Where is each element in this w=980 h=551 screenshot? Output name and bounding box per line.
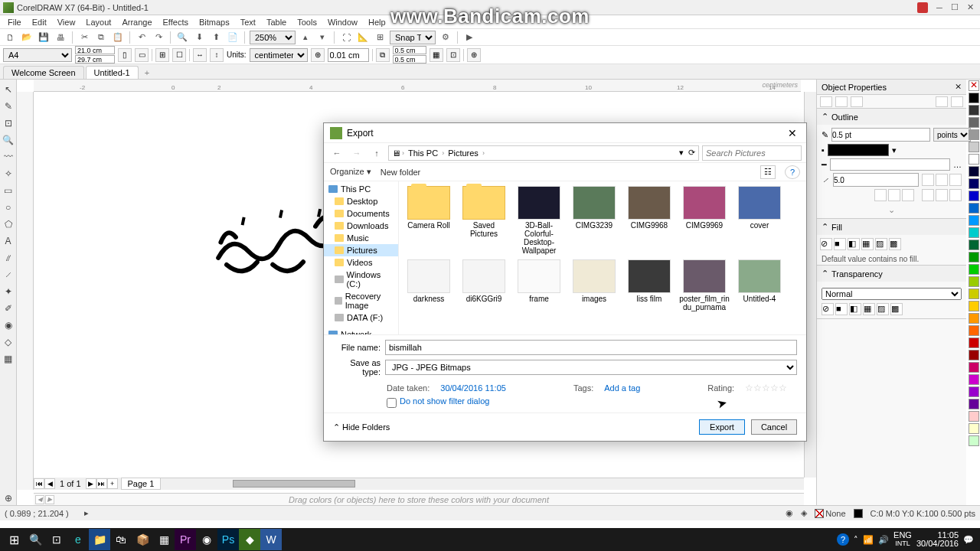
palette-swatch[interactable] (969, 264, 979, 275)
fill-fountain-icon[interactable]: ◧ (848, 238, 860, 250)
transparency-tool-icon[interactable]: ▦ (2, 352, 15, 366)
corner-miter-icon[interactable] (922, 174, 934, 186)
quick-custom-icon[interactable]: ⊕ (2, 491, 15, 505)
effects-tool-icon[interactable]: ✦ (2, 285, 15, 298)
transp-uniform-icon[interactable]: ■ (835, 303, 848, 315)
pos-mid-icon[interactable] (936, 189, 948, 201)
tray-clock[interactable]: 11:05 30/04/2016 (916, 531, 959, 548)
file-item[interactable]: poster_film_rindu_purnama (679, 259, 730, 311)
transp-bitmap-icon[interactable]: ▩ (890, 303, 903, 315)
dialog-close-button[interactable]: ✕ (785, 126, 800, 141)
search-taskbar-icon[interactable]: 🔍 (24, 529, 46, 550)
tree-downloads[interactable]: Downloads (324, 220, 398, 232)
opt2-icon[interactable]: ⊡ (446, 48, 460, 62)
outline-units-select[interactable]: points (933, 128, 971, 142)
file-item[interactable]: darkness (403, 259, 454, 311)
undo-icon[interactable]: ↶ (135, 31, 149, 44)
snap-select[interactable]: Snap To (390, 31, 436, 44)
tray-lang1[interactable]: ENG (893, 531, 912, 540)
units-select[interactable]: centimeters (250, 48, 308, 62)
transp-none-icon[interactable]: ⊘ (822, 303, 834, 315)
filter-dialog-checkbox[interactable] (387, 398, 397, 408)
rating-stars[interactable]: ☆☆☆☆☆ (745, 383, 787, 393)
zoom-tool-icon[interactable]: 🔍 (2, 133, 15, 147)
pos-in-icon[interactable] (949, 189, 962, 201)
opt1-icon[interactable]: ▦ (430, 48, 443, 62)
tree-desktop[interactable]: Desktop (324, 195, 398, 207)
export-icon[interactable]: ⬆ (209, 31, 223, 44)
dup-y-input[interactable] (393, 55, 426, 64)
explorer-icon[interactable]: 📁 (89, 529, 110, 550)
menu-file[interactable]: File (3, 17, 26, 28)
dup-icon[interactable]: ⧉ (376, 48, 390, 62)
new-icon[interactable]: 🗋 (3, 31, 17, 44)
file-item[interactable]: images (569, 259, 619, 311)
search-icon[interactable]: 🔍 (175, 31, 189, 44)
add-icon[interactable]: ⊕ (467, 48, 481, 62)
pick-tool-icon[interactable]: ↖ (2, 83, 15, 96)
photoshop-icon[interactable]: Ps (217, 529, 239, 550)
organize-button[interactable]: Organize ▾ (330, 167, 371, 177)
import-icon[interactable]: ⬇ (192, 31, 206, 44)
hide-folders-button[interactable]: ⌃ Hide Folders (333, 422, 390, 432)
minimize-button[interactable]: ─ (933, 2, 946, 13)
back-button[interactable]: ← (328, 145, 345, 161)
palette-swatch[interactable] (969, 411, 979, 422)
palette-swatch[interactable] (969, 386, 979, 397)
new-tab-button[interactable]: + (140, 67, 154, 79)
export-button[interactable]: Export (699, 419, 745, 435)
palette-swatch[interactable] (969, 276, 979, 287)
tree-documents[interactable]: Documents (324, 207, 398, 220)
scrollbar-thumb[interactable] (233, 480, 355, 487)
transparency-mode-select[interactable]: Normal (822, 288, 962, 300)
tray-help-icon[interactable]: ? (837, 533, 849, 546)
palette-swatch[interactable] (969, 435, 979, 446)
copy-icon[interactable]: ⧉ (94, 31, 108, 44)
current-page-icon[interactable]: ☐ (172, 48, 186, 62)
up-button[interactable]: ↑ (368, 145, 385, 161)
freehand-tool-icon[interactable]: 〰 (2, 150, 15, 164)
docker-tab-opt2-icon[interactable] (951, 96, 963, 107)
menu-view[interactable]: View (53, 17, 80, 28)
docker-tab-fill-icon[interactable] (835, 96, 848, 107)
tree-recovery[interactable]: Recovery Image (324, 290, 398, 311)
palette-swatch[interactable] (969, 93, 979, 103)
first-page-button[interactable]: ⏮ (34, 478, 44, 489)
file-item[interactable]: frame (514, 259, 564, 311)
file-item[interactable]: Camera Roll (403, 186, 454, 255)
tray-lang2[interactable]: INTL (893, 540, 912, 548)
menu-effects[interactable]: Effects (158, 17, 193, 28)
transp-fountain-icon[interactable]: ◧ (849, 303, 861, 315)
file-item[interactable]: 3D-Ball-Colorful-Desktop-Wallpaper (514, 186, 564, 255)
file-item[interactable]: CIMG3239 (569, 186, 619, 255)
crop-tool-icon[interactable]: ⊡ (2, 116, 15, 130)
word-icon[interactable]: W (260, 529, 282, 550)
premiere-icon[interactable]: Pr (175, 529, 196, 550)
page-tab[interactable]: Page 1 (121, 478, 162, 490)
options-icon[interactable]: ⚙ (439, 31, 452, 44)
palette-swatch[interactable] (969, 117, 979, 128)
palette-swatch[interactable] (969, 399, 979, 409)
help-button[interactable]: ? (785, 165, 800, 179)
palette-swatch[interactable] (969, 374, 979, 385)
docker-tab-transparency-icon[interactable] (851, 96, 863, 107)
docker-tab-outline-icon[interactable] (820, 96, 832, 107)
dropdown-icon[interactable]: ▾ (892, 145, 897, 155)
palette-swatch[interactable] (969, 178, 979, 189)
search-input[interactable] (702, 145, 802, 161)
docker-close-icon[interactable]: ⨯ (955, 82, 962, 92)
menu-tools[interactable]: Tools (292, 17, 322, 28)
palette-swatch[interactable] (969, 215, 979, 226)
dup-x-input[interactable] (393, 46, 426, 54)
fill-texture-icon[interactable]: ▨ (875, 238, 887, 250)
palette-right-icon[interactable]: ▶ (45, 495, 54, 504)
palette-swatch[interactable] (969, 423, 979, 434)
zoom-select[interactable]: 250% (250, 31, 296, 44)
palette-swatch[interactable] (969, 166, 979, 177)
dropdown-icon[interactable]: ▾ (679, 148, 684, 158)
palette-swatch[interactable] (969, 289, 979, 299)
treat-as-icon[interactable]: ↔ (193, 48, 207, 62)
tree-videos[interactable]: Videos (324, 256, 398, 269)
text-tool-icon[interactable]: A (2, 234, 15, 248)
tray-volume-icon[interactable]: 🔊 (878, 535, 889, 545)
